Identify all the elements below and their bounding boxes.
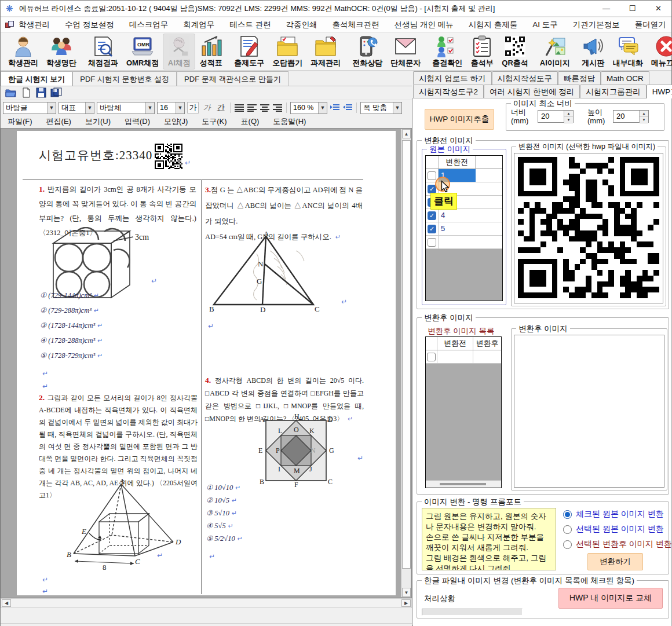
toolbar-button-grading-result[interactable]: 채점결과 (84, 34, 122, 69)
row-checkbox[interactable] (428, 171, 436, 180)
toolbar-button-ai-image[interactable]: AI이미지 (536, 34, 574, 69)
menu-exam-tools[interactable]: 시험지 출제툴 (461, 17, 525, 32)
hwp-menu-tools[interactable]: 도구(K) (195, 116, 233, 127)
toolbar-button-student[interactable]: 학생관리 (4, 34, 42, 69)
after-row-1[interactable] (426, 350, 501, 364)
chevron-down-icon[interactable]: ▼ (85, 102, 94, 114)
italic-button[interactable]: 가 (201, 102, 213, 114)
toolbar-button-attendance-check[interactable]: 출결확인 (428, 34, 466, 69)
prompt-textarea[interactable]: 그림 원본은 유지하고, 원본의 숫자나 문자내용은 변경하지 말아줘. 손으로… (422, 508, 556, 570)
scroll-left-arrow[interactable]: ◀ (2, 599, 11, 607)
zoom-combo[interactable]: 160 %▼ (290, 102, 327, 114)
tab-upload-exam[interactable]: 시험지 업로드 하기 (413, 71, 492, 85)
align-center-icon[interactable] (260, 104, 270, 112)
hwp-menu-table[interactable]: 표(Q) (234, 116, 266, 127)
indent-decrease-icon[interactable] (342, 104, 353, 112)
radio-icon[interactable] (563, 540, 572, 549)
scroll-up-arrow[interactable]: ▲ (402, 129, 411, 138)
chevron-down-icon[interactable]: ▼ (145, 102, 154, 114)
tab-pdf-question-number[interactable]: PDF 시험지 문항번호 설정 (72, 71, 177, 86)
open-folder-icon[interactable] (5, 87, 17, 98)
scroll-down-arrow[interactable]: ▼ (402, 588, 411, 597)
menu-class-settings[interactable]: 수업 정보설정 (57, 17, 122, 32)
row-checkbox[interactable]: ✓ (428, 225, 436, 233)
hwp-menu-shape[interactable]: 모양(J) (157, 116, 195, 127)
hwp-extract-images-button[interactable]: HWP 이미지추출 (425, 109, 494, 130)
row-checkbox[interactable] (428, 238, 436, 247)
close-button[interactable]: ✕ (645, 1, 671, 17)
source-row-6[interactable] (426, 236, 502, 249)
align-justify-icon[interactable] (234, 104, 244, 112)
tab-math-ocr[interactable]: Math OCR (601, 71, 649, 85)
toolbar-button-attendance-book[interactable]: 출석부 (466, 34, 498, 69)
source-row-5[interactable]: ✓5 (426, 222, 502, 236)
document-vertical-scrollbar[interactable]: ▲ ▼ (401, 129, 411, 597)
toolbar-button-internal-chat[interactable]: 내부대화 (609, 34, 647, 69)
new-document-icon[interactable] (20, 87, 32, 98)
tab-pdf-to-multiple-choice[interactable]: PDF 문제 객관식으로 만들기 (177, 71, 288, 86)
toolbar-button-qr-attendance[interactable]: QR출석 (498, 34, 532, 69)
row-checkbox[interactable]: ✓ (428, 211, 436, 220)
row-checkbox[interactable] (427, 353, 436, 361)
document-horizontal-scrollbar[interactable]: ◀ ▶ (1, 598, 412, 608)
underline-button[interactable]: 간 (215, 102, 227, 114)
toolbar-button-exam-tool[interactable]: 출제도구 (230, 34, 268, 69)
toolbar-button-board-megaphone[interactable]: 게시판 (578, 34, 609, 69)
hwp-menu-help[interactable]: 도움말(H) (266, 116, 313, 127)
spin-up-icon[interactable]: ▲ (640, 111, 648, 117)
save-icon[interactable] (35, 87, 47, 98)
chevron-down-icon[interactable]: ▼ (393, 102, 401, 114)
rep-combo[interactable]: 대표▼ (59, 102, 94, 114)
hwp-menu-input[interactable]: 입력(D) (118, 116, 157, 127)
menu-teacher-personal[interactable]: 선생님 개인 메뉴 (387, 17, 461, 32)
toolbar-button-students-group[interactable]: 학생명단 (42, 34, 81, 69)
toolbar-button-wrong-answer-folder[interactable]: 오답뽑기 (268, 34, 306, 69)
hwp-menu-view[interactable]: 보기(U) (78, 116, 118, 127)
radio-icon[interactable] (563, 525, 572, 534)
after-image-list[interactable]: 변환전변환후 (425, 336, 502, 488)
menu-org-info[interactable]: 기관기본정보 (565, 17, 627, 32)
source-image-list[interactable]: 변환전 1 ✓2 ✓3 ✓4 ✓5 (425, 155, 503, 301)
toolbar-button-omr-grading[interactable]: OMROMR채점 (122, 34, 163, 69)
spin-down-icon[interactable]: ▼ (640, 117, 648, 123)
radio-convert-selected-after[interactable]: 선택된 변환후 이미지 변환 (563, 539, 672, 550)
radio-convert-selected-source[interactable]: 선택된 원본 이미지 변환 (563, 524, 664, 535)
minimize-button[interactable]: — (593, 1, 619, 17)
save-as-icon[interactable] (50, 87, 62, 98)
tab-exam-group[interactable]: 시험지그룹관리 (580, 85, 647, 98)
tab-hwp-image-convert[interactable]: HWP그림변환 (647, 85, 672, 98)
chevron-down-icon[interactable]: ▼ (47, 102, 56, 114)
scrollbar-thumb[interactable] (440, 483, 486, 485)
menu-accounting[interactable]: 회계업무 (176, 17, 222, 32)
chevron-down-icon[interactable]: ▼ (176, 102, 184, 114)
menu-test[interactable]: 테스트 관련 (222, 17, 278, 32)
maximize-button[interactable]: ☐ (619, 1, 645, 17)
chevron-down-icon[interactable]: ▼ (318, 102, 327, 114)
menu-print[interactable]: 각종인쇄 (279, 17, 325, 32)
spin-up-icon[interactable]: ▲ (564, 111, 573, 117)
tab-exam-tool-2[interactable]: 시험지작성도구2 (413, 85, 484, 98)
bold-button[interactable]: 가 (187, 102, 199, 114)
source-row-4[interactable]: ✓4 (426, 209, 502, 222)
tab-exam-tool[interactable]: 시험지작성도구 (492, 71, 558, 85)
menu-desk-work[interactable]: 데스크업무 (122, 17, 176, 32)
toolbar-button-phone-counsel[interactable]: 전화상담 (348, 34, 386, 69)
tab-quick-answer[interactable]: 빠른정답 (558, 71, 601, 85)
radio-convert-checked-source[interactable]: 체크된 원본 이미지 변환 (563, 509, 664, 519)
min-width-spinner[interactable]: 20 ▲▼ (538, 110, 574, 123)
min-height-spinner[interactable]: 20 ▲▼ (613, 110, 649, 123)
font-combo[interactable]: 바탕체▼ (97, 102, 155, 114)
menu-students[interactable]: 학생관리 (11, 17, 57, 32)
radio-icon[interactable] (563, 510, 572, 519)
toolbar-button-report-chart[interactable]: 성적표 (195, 34, 227, 69)
list-horizontal-scrollbar[interactable] (426, 480, 501, 488)
align-left-icon[interactable] (247, 104, 257, 112)
style-combo[interactable]: 바탕글▼ (3, 102, 56, 114)
tab-organize-multiple[interactable]: 여러 시험지 한번에 정리 (484, 85, 580, 98)
fit-width-combo[interactable]: 폭 맞춤▼ (360, 102, 402, 114)
menu-ai-tools[interactable]: AI 도구 (525, 17, 565, 32)
scroll-right-arrow[interactable]: ▶ (401, 599, 411, 607)
toolbar-button-group-sms[interactable]: 단체문자 (386, 34, 425, 69)
indent-increase-icon[interactable] (330, 104, 340, 112)
tab-hwp-exam-view[interactable]: 한글 시험지 보기 (1, 71, 72, 86)
